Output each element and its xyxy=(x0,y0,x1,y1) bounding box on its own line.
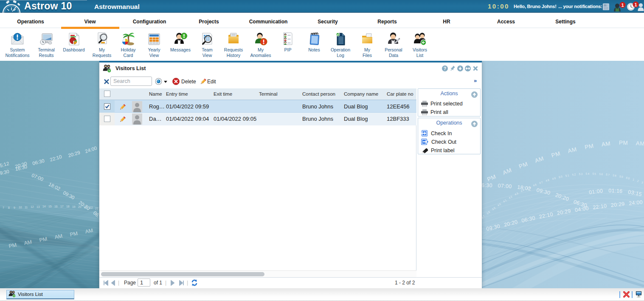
svg-text:15: 15 xyxy=(48,205,52,208)
svg-text:20: 20 xyxy=(78,205,82,208)
svg-text:?: ? xyxy=(444,66,446,71)
svg-text:12: 12 xyxy=(31,205,34,208)
svg-text:10: 10 xyxy=(19,206,22,209)
svg-text:1: 1 xyxy=(621,3,624,8)
svg-text:18: 18 xyxy=(66,205,70,208)
svg-text:14: 14 xyxy=(42,205,46,208)
svg-text:8: 8 xyxy=(8,206,10,209)
svg-text:7: 7 xyxy=(3,206,4,209)
svg-text:13: 13 xyxy=(37,205,40,208)
svg-text:21: 21 xyxy=(84,206,87,209)
svg-text:9: 9 xyxy=(14,206,15,209)
svg-text:19: 19 xyxy=(72,205,76,208)
svg-text:1: 1 xyxy=(634,2,637,7)
svg-text:17: 17 xyxy=(60,205,64,208)
svg-text:11: 11 xyxy=(25,206,28,209)
svg-text:22: 22 xyxy=(90,206,93,209)
svg-text:23: 23 xyxy=(95,207,98,210)
svg-text:16: 16 xyxy=(54,205,58,208)
